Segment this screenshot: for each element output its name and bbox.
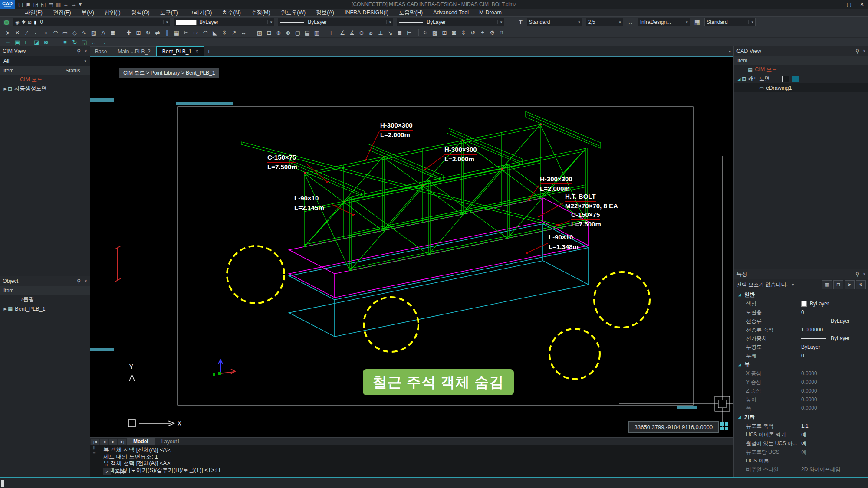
viewport-grid-icon[interactable] — [720, 422, 729, 431]
dim-angular-icon[interactable]: ∡ — [348, 29, 356, 37]
arc-icon[interactable]: ◠ — [51, 29, 60, 37]
layer-color-icon[interactable]: ▮ — [34, 20, 36, 25]
document-tab-Main-PLB-2[interactable]: Main ...PLB_2 — [112, 46, 155, 56]
property-row[interactable]: 선종류ByLayer — [734, 317, 868, 325]
property-row[interactable]: 뷰포트당 UCS예 — [734, 448, 868, 456]
linetype-dropdown[interactable]: ByLayer ▾ — [278, 18, 393, 26]
new-tab-button[interactable]: + — [204, 47, 214, 56]
close-icon[interactable]: × — [84, 48, 87, 54]
image-icon[interactable]: ▧ — [255, 29, 264, 37]
tab-overflow-icon[interactable]: ▾ — [729, 49, 731, 54]
select-objects-icon[interactable]: ⊡ — [833, 280, 843, 289]
polyline-icon[interactable]: ⌐ — [32, 29, 41, 37]
scale-icon[interactable]: ↗ — [230, 29, 238, 37]
cad-tree-row[interactable]: ▭cDrawing1 — [734, 83, 868, 92]
property-value[interactable]: 예 — [801, 440, 806, 447]
expand-icon[interactable]: ▶ — [3, 307, 8, 311]
pin-icon[interactable]: ⚲ — [77, 48, 81, 54]
hatch-icon[interactable]: ▨ — [89, 29, 98, 37]
cim-tree-row[interactable]: CIM 모드 — [0, 75, 90, 84]
viewport-window-active-icon[interactable] — [792, 76, 799, 82]
stretch-icon[interactable]: ↔ — [239, 29, 248, 37]
chevron-down-icon[interactable]: ▾ — [575, 20, 580, 24]
copy-icon[interactable]: ⊞ — [134, 29, 143, 37]
property-row[interactable]: 폭0.0000 — [734, 404, 868, 413]
quick-select-icon[interactable]: ▦ — [822, 280, 832, 289]
expand-icon[interactable]: ▶ — [3, 87, 8, 91]
property-section-일반[interactable]: ◢일반 — [734, 290, 868, 299]
text-size-dropdown[interactable]: 2,5 ▾ — [586, 18, 623, 26]
property-row[interactable]: 뷰포트 축척1:1 — [734, 422, 868, 430]
property-value[interactable]: 0.0000 — [801, 388, 817, 394]
property-row[interactable]: X 중심0.0000 — [734, 369, 868, 378]
property-row[interactable]: 색상ByLayer — [734, 299, 868, 308]
property-value[interactable]: 0 — [801, 309, 804, 315]
regen-icon[interactable]: ↺ — [469, 29, 477, 37]
property-value[interactable]: 1:1 — [801, 423, 809, 429]
property-row[interactable]: 선가중치ByLayer — [734, 334, 868, 343]
cim-tree-row[interactable]: ▶⊞자동생성도면 — [0, 84, 90, 93]
dim-continue-icon[interactable]: ⊨ — [405, 29, 414, 37]
close-icon[interactable]: × — [84, 278, 87, 284]
measure-line-icon[interactable]: → — [99, 38, 108, 46]
chevron-down-icon[interactable]: ▾ — [386, 20, 391, 24]
chevron-down-icon[interactable]: ▾ — [267, 20, 273, 24]
node-edit-icon[interactable]: ∟ — [23, 38, 31, 46]
spline-icon[interactable]: ∿ — [80, 29, 89, 37]
drag-handle-icon[interactable]: ⣿ — [93, 446, 95, 450]
mirror-icon[interactable]: ⇄ — [153, 29, 162, 37]
chevron-down-icon[interactable]: ▾ — [748, 20, 753, 24]
property-value[interactable]: 예 — [801, 449, 806, 456]
insert-block-icon[interactable]: ⊕ — [274, 29, 283, 37]
redo-icon[interactable]: → — [71, 1, 76, 7]
resize-grip[interactable] — [1, 480, 4, 487]
block-icon[interactable]: ⊡ — [265, 29, 273, 37]
property-row[interactable]: Z 중심0.0000 — [734, 386, 868, 395]
property-row[interactable]: Y 중심0.0000 — [734, 378, 868, 386]
measure-icon[interactable]: ⌖ — [478, 29, 487, 37]
text-icon[interactable]: A — [99, 29, 108, 37]
leader-icon[interactable]: ↘ — [386, 29, 395, 37]
property-value[interactable]: 0.0000 — [801, 370, 817, 377]
last-layout-icon[interactable]: ▶| — [118, 439, 126, 445]
chevron-down-icon[interactable]: ▾ — [683, 20, 688, 24]
layer-lock-icon[interactable]: ⊠ — [28, 20, 32, 25]
expand-open-icon[interactable]: ◢ — [738, 415, 741, 419]
extend-icon[interactable]: ↦ — [191, 29, 200, 37]
maximize-button[interactable]: ▢ — [843, 0, 855, 9]
property-row[interactable]: 도면층0 — [734, 308, 868, 317]
property-row[interactable]: 높이0.0000 — [734, 395, 868, 404]
layer-dropdown[interactable]: ◉✱⊠▮ 0 ▾ — [13, 18, 170, 26]
menu-item-6[interactable]: 도구(T) — [155, 9, 183, 16]
property-row[interactable]: 원점에 있는 UCS 아...예 — [734, 439, 868, 448]
rotate-view-icon[interactable]: ↻ — [70, 38, 79, 46]
property-value[interactable]: ByLayer — [810, 301, 829, 307]
print-icon[interactable]: ▤ — [48, 1, 53, 7]
layer-stack-icon[interactable]: ≋ — [42, 38, 50, 46]
dim-diameter-icon[interactable]: ⌀ — [367, 29, 375, 37]
cad-tree-row[interactable]: ◢⊞캐드도면 — [734, 74, 868, 83]
save-as-icon[interactable]: ◱ — [41, 1, 46, 7]
dim-style-dropdown[interactable]: InfraDesign... ▾ — [638, 18, 690, 26]
match-properties-icon[interactable]: ▩ — [431, 29, 439, 37]
line-icon[interactable]: ∕ — [23, 29, 31, 37]
layout-tab-Model[interactable]: Model — [127, 438, 155, 445]
cad-tree-row[interactable]: ▤CIM 모드 — [734, 65, 868, 74]
dim-linear-icon[interactable]: ⊢ — [329, 29, 337, 37]
text-style-dropdown[interactable]: Standard ▾ — [527, 18, 582, 26]
property-row[interactable]: 선종류 축척1.000000 — [734, 325, 868, 334]
fillet-icon[interactable]: ◠ — [201, 29, 210, 37]
menu-item-5[interactable]: 형식(O) — [126, 9, 155, 16]
menu-item-13[interactable]: 도움말(H) — [394, 9, 427, 16]
rotate-icon[interactable]: ↻ — [144, 29, 152, 37]
property-row[interactable]: 비주얼 스타일2D 와이어프레임 — [734, 465, 868, 474]
property-section-기타[interactable]: ◢기타 — [734, 413, 868, 422]
move-icon[interactable]: ✚ — [125, 29, 133, 37]
zoom-window-icon[interactable]: ⊞ — [440, 29, 449, 37]
property-value[interactable]: ByLayer — [801, 344, 820, 350]
console-menu-icon[interactable]: ≡ — [92, 451, 95, 457]
menu-item-10[interactable]: 윈도우(W) — [276, 9, 311, 16]
expand-open-icon[interactable]: ◢ — [738, 293, 741, 297]
menu-item-12[interactable]: INFRA-DESIGN(I) — [340, 9, 393, 16]
grid-icon[interactable]: ⌗ — [497, 29, 506, 37]
